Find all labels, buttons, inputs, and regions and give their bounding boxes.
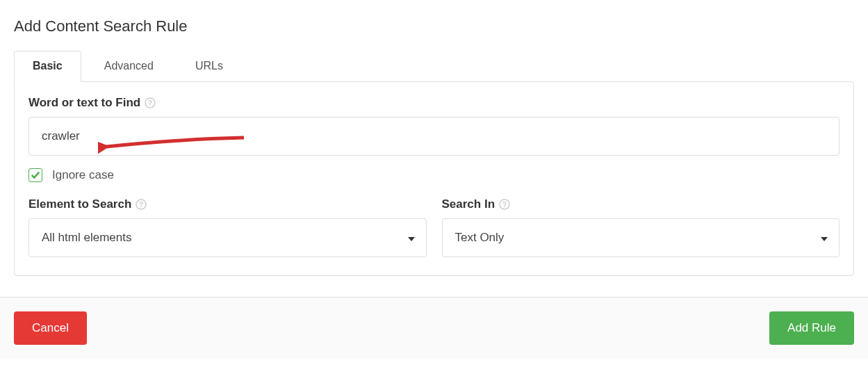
svg-marker-8 bbox=[821, 237, 828, 241]
form-group-search-in: Search In ? Text Only bbox=[442, 197, 840, 257]
dialog-footer: Cancel Add Rule bbox=[0, 297, 868, 359]
tab-basic[interactable]: Basic bbox=[14, 51, 81, 82]
svg-marker-5 bbox=[408, 237, 415, 241]
element-to-search-value: All html elements bbox=[42, 231, 131, 245]
ignore-case-row: Ignore case bbox=[28, 168, 840, 182]
label-search-in: Search In bbox=[442, 197, 496, 211]
cancel-button[interactable]: Cancel bbox=[14, 311, 87, 345]
tab-list: Basic Advanced URLs bbox=[14, 51, 854, 81]
ignore-case-label: Ignore case bbox=[52, 168, 114, 182]
form-group-word-to-find: Word or text to Find ? bbox=[28, 96, 840, 156]
element-to-search-select[interactable]: All html elements bbox=[28, 218, 427, 257]
search-in-value: Text Only bbox=[455, 231, 505, 245]
help-icon[interactable]: ? bbox=[145, 97, 156, 108]
ignore-case-checkbox[interactable] bbox=[28, 168, 42, 182]
svg-text:?: ? bbox=[148, 99, 152, 107]
label-element-to-search: Element to Search bbox=[28, 197, 131, 211]
page-title: Add Content Search Rule bbox=[14, 17, 854, 35]
caret-down-icon bbox=[821, 231, 828, 245]
add-rule-button[interactable]: Add Rule bbox=[769, 311, 854, 345]
tabs-container: Basic Advanced URLs Word or text to Find… bbox=[14, 51, 854, 276]
tab-panel-basic: Word or text to Find ? Ign bbox=[14, 81, 854, 276]
label-word-to-find: Word or text to Find bbox=[28, 96, 140, 110]
search-in-select[interactable]: Text Only bbox=[442, 218, 840, 257]
select-row: Element to Search ? All html elements Se… bbox=[28, 197, 840, 257]
help-icon[interactable]: ? bbox=[136, 199, 147, 210]
tab-advanced[interactable]: Advanced bbox=[85, 51, 172, 81]
svg-text:?: ? bbox=[502, 201, 507, 209]
help-icon[interactable]: ? bbox=[499, 199, 510, 210]
word-to-find-input[interactable] bbox=[28, 117, 840, 156]
caret-down-icon bbox=[408, 231, 415, 245]
tab-urls[interactable]: URLs bbox=[177, 51, 242, 81]
form-group-element-to-search: Element to Search ? All html elements bbox=[28, 197, 427, 257]
svg-text:?: ? bbox=[139, 201, 143, 209]
